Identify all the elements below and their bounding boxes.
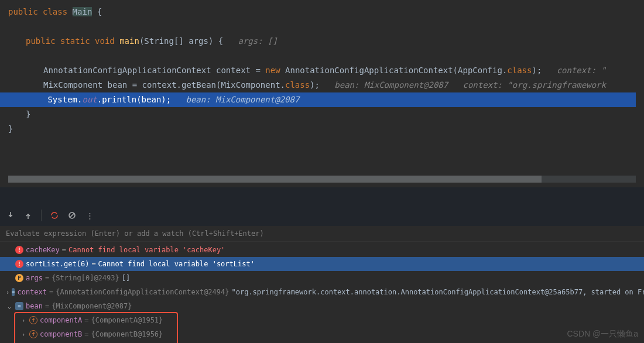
text: MixComponent bean = context.getBean(MixC… <box>43 80 285 90</box>
eq: = <box>45 274 49 282</box>
disable-icon[interactable] <box>67 211 77 220</box>
field-icon: f <box>29 330 37 338</box>
text: System. <box>47 95 82 104</box>
var-value: Cannot find local variable 'sortList' <box>98 260 255 268</box>
horizontal-scrollbar[interactable] <box>8 176 636 183</box>
code-line[interactable]: MixComponent bean = context.getBean(MixC… <box>8 78 644 92</box>
class-name: Main <box>73 7 93 16</box>
var-value: [] <box>122 274 130 282</box>
var-value: Cannot find local variable 'cacheKey' <box>68 246 225 254</box>
eq: = <box>49 288 53 296</box>
brace: } <box>26 109 30 119</box>
collapse-icon[interactable]: ⌄ <box>6 303 13 310</box>
class-icon <box>15 302 23 310</box>
eq: = <box>91 260 95 268</box>
code-line[interactable]: } <box>8 107 644 122</box>
text: ); <box>310 80 320 90</box>
var-type: {ComponentA@1951} <box>91 316 163 324</box>
eq: = <box>62 246 66 254</box>
scrollbar-thumb[interactable] <box>8 176 542 183</box>
text: ); <box>532 66 542 75</box>
text: AnnotationConfigApplicationContext(AppCo… <box>280 66 508 75</box>
variables-panel[interactable]: ! cacheKey = Cannot find local variable … <box>0 242 644 343</box>
error-icon: ! <box>15 260 23 268</box>
inline-hint: bean: MixComponent@2087 <box>186 95 299 104</box>
expand-icon[interactable]: › <box>20 331 27 338</box>
method-name: main <box>119 36 139 46</box>
inline-hint: bean: MixComponent@2087 <box>334 80 448 90</box>
field-icon: f <box>29 316 37 324</box>
watch-expression-input[interactable]: Evaluate expression (Enter) or add a wat… <box>0 226 644 242</box>
var-type: {ComponentB@1956} <box>91 330 163 338</box>
var-value: "org.springframework.context.annotation.… <box>231 288 644 296</box>
keyword: public <box>8 7 38 16</box>
watermark: CSDN @一只懒鱼a <box>567 329 638 339</box>
inline-hint: args: [] <box>238 36 278 46</box>
field: out <box>82 95 97 104</box>
error-icon: ! <box>15 246 23 254</box>
expand-icon[interactable]: › <box>20 317 27 324</box>
eq: = <box>84 316 88 324</box>
inline-hint: context: "org.springframework <box>463 80 606 90</box>
keyword: class <box>43 7 67 16</box>
variable-row[interactable]: › context = {AnnotationConfigApplication… <box>0 285 644 299</box>
variable-row-field[interactable]: › f componentA = {ComponentA@1951} <box>0 313 644 327</box>
brace: } <box>8 124 13 133</box>
variable-row-expanded[interactable]: ⌄ bean = {MixComponent@2087} <box>0 299 644 313</box>
blank-line <box>8 19 644 34</box>
variable-row-selected[interactable]: ! sortList.get(6) = Cannot find local va… <box>0 257 644 271</box>
var-type: {String[0]@2493} <box>52 274 119 282</box>
var-name: context <box>17 288 47 296</box>
expand-icon[interactable]: › <box>6 289 9 296</box>
inline-hint: context: " <box>557 66 606 75</box>
debug-toolbar: ⋮ <box>0 205 644 226</box>
refresh-icon[interactable] <box>50 211 59 220</box>
keyword: class <box>285 80 310 90</box>
brace: { <box>97 7 102 16</box>
step-up-icon[interactable] <box>23 211 33 220</box>
keyword: class <box>507 66 532 75</box>
params: (String[] args) { <box>139 36 223 46</box>
blank-line <box>8 49 644 63</box>
code-line[interactable]: public static void main(String[] args) {… <box>8 34 644 49</box>
keyword: public <box>26 36 56 46</box>
variable-row-field[interactable]: › f componentB = {ComponentB@1956} <box>0 327 644 341</box>
eq: = <box>84 330 88 338</box>
keyword: new <box>265 66 280 75</box>
text: AnnotationConfigApplicationContext conte… <box>43 66 265 75</box>
debug-current-line[interactable]: System.out.println(bean); bean: MixCompo… <box>0 92 636 107</box>
var-name: args <box>26 274 43 282</box>
var-name: componentA <box>40 316 82 324</box>
var-type: {MixComponent@2087} <box>52 302 132 310</box>
eq: = <box>45 302 49 310</box>
class-icon <box>12 288 15 296</box>
step-down-icon[interactable] <box>6 211 15 220</box>
keyword: static <box>60 36 90 46</box>
var-name: bean <box>26 302 43 310</box>
var-type: {AnnotationConfigApplicationContext@2494… <box>56 288 229 296</box>
var-name: cacheKey <box>26 246 60 254</box>
code-line[interactable]: } <box>8 122 644 136</box>
code-line[interactable]: AnnotationConfigApplicationContext conte… <box>8 63 644 78</box>
keyword: void <box>95 36 115 46</box>
var-name: componentB <box>40 330 82 338</box>
panel-divider[interactable] <box>0 187 644 205</box>
variable-row-error[interactable]: ! cacheKey = Cannot find local variable … <box>0 243 644 257</box>
variable-row[interactable]: P args = {String[0]@2493} [] <box>0 271 644 285</box>
var-name: sortList.get(6) <box>26 260 89 268</box>
param-icon: P <box>15 274 23 282</box>
separator <box>41 210 42 221</box>
code-line[interactable]: public class Main { <box>8 5 644 19</box>
more-icon[interactable]: ⋮ <box>85 211 94 220</box>
code-editor[interactable]: public class Main { public static void m… <box>0 0 644 187</box>
text: .println(bean); <box>97 95 171 104</box>
